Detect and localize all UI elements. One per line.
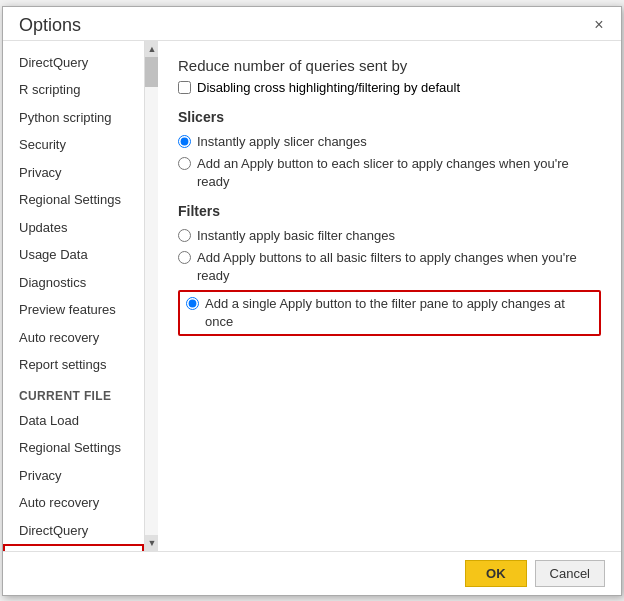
sidebar-item-privacy-cf[interactable]: Privacy bbox=[3, 462, 144, 490]
slicers-section: Slicers Instantly apply slicer changes A… bbox=[178, 109, 601, 192]
dialog-footer: OK Cancel bbox=[3, 551, 621, 595]
filter-option2-radio[interactable] bbox=[178, 251, 191, 264]
sidebar-item-privacy[interactable]: Privacy bbox=[3, 159, 144, 187]
sidebar-item-auto-recovery-cf[interactable]: Auto recovery bbox=[3, 489, 144, 517]
sidebar-item-security[interactable]: Security bbox=[3, 131, 144, 159]
sidebar: DirectQuery R scripting Python scripting… bbox=[3, 41, 158, 551]
sidebar-scrollbar[interactable]: ▲ ▼ bbox=[144, 41, 158, 551]
sidebar-item-directquery-cf[interactable]: DirectQuery bbox=[3, 517, 144, 545]
sidebar-item-usage-data[interactable]: Usage Data bbox=[3, 241, 144, 269]
cross-highlight-checkbox[interactable] bbox=[178, 81, 191, 94]
sidebar-item-regional-settings[interactable]: Regional Settings bbox=[3, 186, 144, 214]
sidebar-item-regional-settings-cf[interactable]: Regional Settings bbox=[3, 434, 144, 462]
sidebar-item-auto-recovery[interactable]: Auto recovery bbox=[3, 324, 144, 352]
cross-highlight-label: Disabling cross highlighting/filtering b… bbox=[197, 80, 460, 95]
sidebar-item-data-load[interactable]: Data Load bbox=[3, 407, 144, 435]
filter-option2-label: Add Apply buttons to all basic filters t… bbox=[197, 249, 601, 285]
slicer-option1-row: Instantly apply slicer changes bbox=[178, 133, 601, 151]
sidebar-list: DirectQuery R scripting Python scripting… bbox=[3, 41, 144, 551]
sidebar-item-directquery[interactable]: DirectQuery bbox=[3, 49, 144, 77]
slicers-title: Slicers bbox=[178, 109, 601, 125]
scroll-down-arrow[interactable]: ▼ bbox=[145, 535, 158, 551]
dialog-header: Options × bbox=[3, 7, 621, 41]
sidebar-item-updates[interactable]: Updates bbox=[3, 214, 144, 242]
filter-option3-label: Add a single Apply button to the filter … bbox=[205, 295, 593, 331]
sidebar-item-query-reduction[interactable]: Query reduction bbox=[3, 544, 144, 551]
sidebar-item-python-scripting[interactable]: Python scripting bbox=[3, 104, 144, 132]
filter-option1-label: Instantly apply basic filter changes bbox=[197, 227, 395, 245]
filters-section: Filters Instantly apply basic filter cha… bbox=[178, 203, 601, 336]
slicer-option2-label: Add an Apply button to each slicer to ap… bbox=[197, 155, 601, 191]
sidebar-item-diagnostics[interactable]: Diagnostics bbox=[3, 269, 144, 297]
filter-option3-radio[interactable] bbox=[186, 297, 199, 310]
sidebar-item-preview-features[interactable]: Preview features bbox=[3, 296, 144, 324]
cross-highlight-row: Disabling cross highlighting/filtering b… bbox=[178, 80, 601, 95]
main-content: Reduce number of queries sent by Disabli… bbox=[158, 41, 621, 551]
filter-option1-row: Instantly apply basic filter changes bbox=[178, 227, 601, 245]
slicer-option2-radio[interactable] bbox=[178, 157, 191, 170]
top-section: Reduce number of queries sent by Disabli… bbox=[178, 57, 601, 95]
ok-button[interactable]: OK bbox=[465, 560, 527, 587]
sidebar-item-report-settings[interactable]: Report settings bbox=[3, 351, 144, 379]
dialog-title: Options bbox=[19, 15, 81, 36]
slicer-option1-radio[interactable] bbox=[178, 135, 191, 148]
filter-option1-radio[interactable] bbox=[178, 229, 191, 242]
filter-option3-row-highlighted: Add a single Apply button to the filter … bbox=[178, 290, 601, 336]
scroll-track bbox=[145, 57, 158, 535]
close-button[interactable]: × bbox=[589, 15, 609, 35]
reduce-queries-heading: Reduce number of queries sent by bbox=[178, 57, 601, 74]
scroll-up-arrow[interactable]: ▲ bbox=[145, 41, 158, 57]
sidebar-item-r-scripting[interactable]: R scripting bbox=[3, 76, 144, 104]
current-file-header: CURRENT FILE bbox=[3, 379, 144, 407]
filter-option2-row: Add Apply buttons to all basic filters t… bbox=[178, 249, 601, 285]
scroll-thumb[interactable] bbox=[145, 57, 158, 87]
dialog-body: DirectQuery R scripting Python scripting… bbox=[3, 41, 621, 551]
options-dialog: Options × DirectQuery R scripting Python… bbox=[2, 6, 622, 596]
filters-title: Filters bbox=[178, 203, 601, 219]
slicer-option1-label: Instantly apply slicer changes bbox=[197, 133, 367, 151]
slicer-option2-row: Add an Apply button to each slicer to ap… bbox=[178, 155, 601, 191]
cancel-button[interactable]: Cancel bbox=[535, 560, 605, 587]
